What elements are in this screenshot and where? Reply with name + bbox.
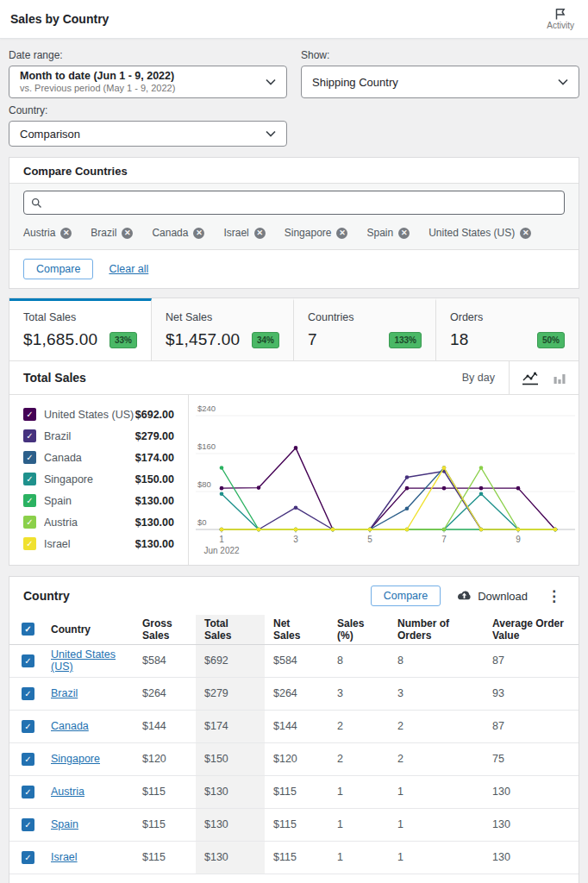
- date-range-label: Date range:: [9, 49, 287, 61]
- report-filters: Date range: Month to date (Jun 1 - 9, 20…: [9, 47, 579, 147]
- row-checkbox-cell: ✓: [9, 742, 42, 775]
- download-label: Download: [478, 590, 528, 603]
- legend-checkbox[interactable]: ✓: [23, 408, 36, 421]
- chevron-down-icon: [266, 78, 276, 85]
- row-checkbox[interactable]: ✓: [22, 818, 34, 831]
- legend-country-name: Israel: [44, 538, 135, 550]
- download-button[interactable]: Download: [456, 590, 528, 603]
- tab-label: Orders: [450, 311, 565, 323]
- legend-item[interactable]: ✓Singapore$150.00: [9, 468, 188, 490]
- country-chip-label: Spain: [366, 227, 393, 239]
- column-header[interactable]: Sales (%): [328, 615, 389, 644]
- data-cell: 130: [484, 775, 579, 808]
- data-cell: 93: [484, 677, 579, 710]
- remove-chip-icon[interactable]: ✕: [60, 228, 72, 239]
- line-chart-toggle-icon[interactable]: [522, 371, 539, 385]
- data-cell: 1: [328, 808, 389, 841]
- remove-chip-icon[interactable]: ✕: [193, 228, 204, 239]
- interval-select[interactable]: By day: [448, 372, 509, 384]
- svg-text:3: 3: [293, 535, 298, 544]
- select-all-checkbox[interactable]: ✓: [22, 623, 34, 636]
- tab-value: 18: [450, 330, 469, 349]
- table-summary: 7Countries18Orders$1,457.00Net Sales: [9, 874, 579, 883]
- column-header[interactable]: Gross Sales: [134, 615, 196, 644]
- tab-value: 7: [308, 330, 317, 349]
- country-link[interactable]: Singapore: [51, 753, 100, 765]
- legend-item[interactable]: ✓Spain$130.00: [9, 490, 188, 511]
- tab-orders[interactable]: Orders 18 50%: [436, 298, 579, 360]
- country-chip-label: Singapore: [285, 227, 332, 239]
- bar-chart-toggle-icon[interactable]: [553, 371, 566, 385]
- country-search-input[interactable]: [47, 197, 557, 210]
- table-row: ✓Canada$144$174$1442287: [9, 710, 579, 742]
- country-link[interactable]: Israel: [51, 851, 78, 863]
- country-link[interactable]: Austria: [51, 786, 84, 798]
- country-filter-select[interactable]: Comparison: [9, 121, 287, 147]
- row-checkbox[interactable]: ✓: [22, 786, 34, 798]
- country-chip: Israel✕: [223, 227, 265, 239]
- tab-net-sales[interactable]: Net Sales $1,457.00 34%: [152, 298, 294, 360]
- tab-total-sales[interactable]: Total Sales $1,685.00 33%: [9, 298, 152, 360]
- country-table: ✓ CountryGross SalesTotal SalesNet Sales…: [9, 615, 579, 874]
- country-link[interactable]: Canada: [51, 720, 89, 732]
- column-header[interactable]: Average Order Value: [484, 615, 579, 644]
- data-cell: $144: [265, 710, 328, 742]
- country-chip-label: United States (US): [428, 227, 515, 239]
- legend-country-name: Spain: [44, 495, 135, 507]
- remove-chip-icon[interactable]: ✕: [254, 228, 266, 239]
- row-checkbox[interactable]: ✓: [22, 654, 34, 667]
- row-checkbox[interactable]: ✓: [22, 720, 34, 733]
- page-title: Sales by Country: [10, 12, 109, 26]
- data-cell: $584: [265, 644, 328, 677]
- country-cell: Spain: [42, 808, 134, 841]
- legend-item[interactable]: ✓Austria$130.00: [9, 511, 188, 533]
- data-cell: 1: [389, 841, 484, 874]
- country-link[interactable]: Brazil: [51, 687, 78, 699]
- remove-chip-icon[interactable]: ✕: [520, 228, 531, 239]
- country-link[interactable]: Spain: [51, 818, 78, 830]
- legend-checkbox[interactable]: ✓: [23, 516, 36, 529]
- legend-checkbox[interactable]: ✓: [23, 494, 36, 507]
- data-cell: $584: [134, 644, 196, 677]
- row-checkbox-cell: ✓: [9, 677, 42, 710]
- legend-checkbox[interactable]: ✓: [23, 451, 36, 464]
- compare-countries-panel: Compare Countries Austria✕Brazil✕Canada✕…: [9, 157, 579, 289]
- legend-checkbox[interactable]: ✓: [23, 537, 36, 550]
- column-header[interactable]: Country: [42, 615, 134, 644]
- date-range-select[interactable]: Month to date (Jun 1 - 9, 2022) vs. Prev…: [9, 66, 287, 98]
- table-menu-kebab-icon[interactable]: ⋮: [543, 587, 565, 605]
- row-checkbox-cell: ✓: [9, 644, 42, 677]
- report-summary-and-chart: Total Sales $1,685.00 33% Net Sales $1,4…: [9, 297, 579, 566]
- column-header[interactable]: Number of Orders: [389, 615, 484, 644]
- legend-checkbox[interactable]: ✓: [23, 473, 36, 485]
- chart-legend: ✓United States (US)$692.00✓Brazil$279.00…: [9, 395, 189, 565]
- table-compare-button[interactable]: Compare: [371, 586, 441, 606]
- data-cell: $115: [265, 808, 328, 841]
- data-cell: 1: [328, 841, 389, 874]
- row-checkbox-cell: ✓: [9, 775, 42, 808]
- remove-chip-icon[interactable]: ✕: [122, 228, 133, 239]
- row-checkbox[interactable]: ✓: [22, 753, 34, 766]
- legend-item[interactable]: ✓United States (US)$692.00: [9, 404, 188, 425]
- legend-country-total: $174.00: [135, 452, 174, 464]
- legend-item[interactable]: ✓Brazil$279.00: [9, 425, 188, 447]
- legend-item[interactable]: ✓Canada$174.00: [9, 447, 188, 468]
- legend-item[interactable]: ✓Israel$130.00: [9, 533, 188, 554]
- column-header[interactable]: Net Sales: [265, 615, 328, 644]
- tab-countries[interactable]: Countries 7 133%: [294, 298, 436, 360]
- svg-text:9: 9: [516, 535, 521, 544]
- activity-button[interactable]: Activity: [543, 6, 578, 32]
- clear-all-link[interactable]: Clear all: [109, 263, 148, 275]
- row-checkbox[interactable]: ✓: [22, 851, 34, 864]
- legend-checkbox[interactable]: ✓: [23, 429, 36, 442]
- column-header[interactable]: Total Sales: [196, 615, 265, 644]
- country-search-box[interactable]: [23, 191, 565, 215]
- country-cell: Israel: [42, 841, 134, 874]
- row-checkbox[interactable]: ✓: [22, 687, 34, 700]
- remove-chip-icon[interactable]: ✕: [336, 228, 347, 239]
- show-select[interactable]: Shipping Country: [301, 66, 579, 98]
- remove-chip-icon[interactable]: ✕: [398, 228, 410, 239]
- country-link[interactable]: United States (US): [51, 648, 116, 673]
- data-cell: $130: [196, 775, 265, 808]
- compare-button[interactable]: Compare: [23, 259, 93, 279]
